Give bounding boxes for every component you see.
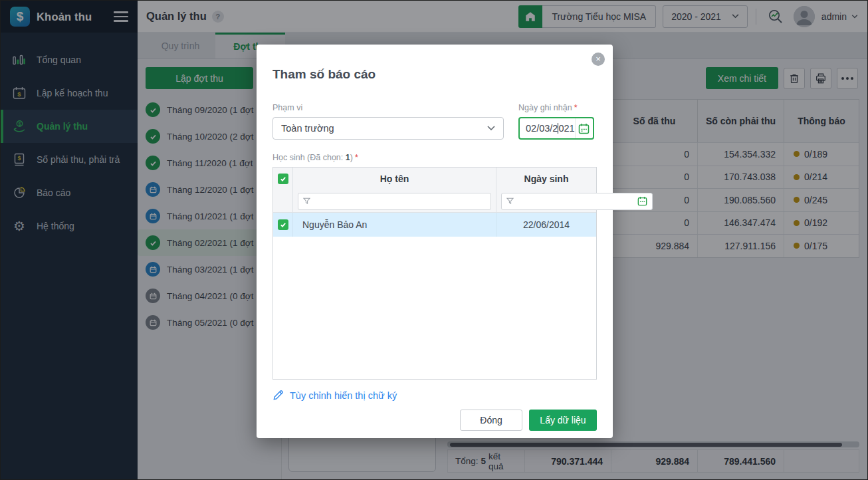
students-filter-row xyxy=(273,190,596,213)
students-table: Họ tên Ngày sinh xyxy=(272,167,597,380)
app-window: $ Khoản thu Tổng quan $ Lập kế hoạch thu… xyxy=(0,0,868,480)
scope-value: Toàn trường xyxy=(281,123,334,134)
dob-filter-input[interactable] xyxy=(501,193,653,210)
record-date-input[interactable]: 02/03/2021 xyxy=(518,117,594,140)
students-label: Học sinh (Đã chọn: 1)* xyxy=(272,153,597,162)
close-dialog-button[interactable]: Đóng xyxy=(460,410,522,431)
chevron-down-icon xyxy=(487,126,495,131)
report-parameters-dialog: × Tham số báo cáo Phạm vi Toàn trường Ng… xyxy=(257,45,613,438)
scope-label: Phạm vi xyxy=(272,103,504,112)
column-header-ngay-sinh: Ngày sinh xyxy=(496,168,596,190)
calendar-icon xyxy=(637,196,647,206)
check-icon xyxy=(280,176,286,182)
select-all-checkbox[interactable] xyxy=(278,174,288,184)
dob-filter-field[interactable] xyxy=(517,196,634,206)
scope-select[interactable]: Toàn trường xyxy=(272,117,504,140)
signature-settings-link[interactable]: Tùy chỉnh hiển thị chữ ký xyxy=(272,390,397,401)
student-row-selected[interactable]: Nguyễn Bảo An 22/06/2014 xyxy=(273,213,596,237)
required-mark: * xyxy=(355,153,358,162)
dialog-footer: Đóng Lấy dữ liệu xyxy=(272,410,597,431)
required-mark: * xyxy=(574,103,578,112)
dialog-title: Tham số báo cáo xyxy=(272,67,597,82)
name-filter-input[interactable] xyxy=(298,193,491,210)
student-dob: 22/06/2014 xyxy=(496,213,596,237)
check-icon xyxy=(280,221,286,228)
filter-icon xyxy=(506,197,514,205)
filter-icon xyxy=(303,197,310,205)
dialog-form-row: Phạm vi Toàn trường Ngày ghi nhận* 02/03… xyxy=(272,103,597,140)
close-icon[interactable]: × xyxy=(592,53,605,66)
row-checkbox[interactable] xyxy=(278,219,288,230)
record-date-label: Ngày ghi nhận* xyxy=(518,103,594,112)
column-header-ho-ten: Họ tên xyxy=(293,168,496,190)
calendar-icon[interactable] xyxy=(575,118,593,138)
student-name: Nguyễn Bảo An xyxy=(293,213,496,237)
name-filter-field[interactable] xyxy=(314,196,486,206)
get-data-button[interactable]: Lấy dữ liệu xyxy=(529,410,597,431)
pencil-icon xyxy=(272,390,284,401)
students-table-header: Họ tên Ngày sinh xyxy=(273,168,596,190)
signature-link-label: Tùy chỉnh hiển thị chữ ký xyxy=(290,390,397,401)
